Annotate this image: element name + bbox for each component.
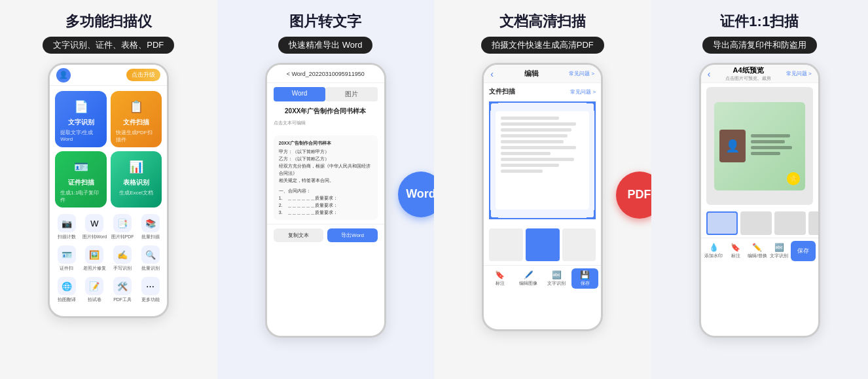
back-icon[interactable]: ‹ [490, 69, 494, 79]
table-sub: 生成Excel文档 [119, 189, 153, 196]
icon-exam[interactable]: 📝 拍试卷 [82, 277, 107, 303]
phone2-bottom-bar: 复制文本 导出Word [267, 224, 384, 246]
thumb-1[interactable] [706, 211, 738, 235]
id-preview-area: 👤 ⭐ [706, 87, 813, 205]
annotate-label: 标注 [496, 280, 505, 287]
save-label: 保存 [581, 280, 590, 287]
back-icon-4[interactable]: ‹ [708, 69, 711, 79]
scan-section-title: 文件扫描 [489, 87, 515, 96]
upgrade-button[interactable]: 点击升级 [126, 69, 160, 81]
save-icon[interactable]: 💾 保存 [571, 268, 598, 289]
ocr-icon-4[interactable]: 🔤 文字识别 [769, 241, 789, 261]
icons-row-2: 🪪 证件扫 🖼️ 老照片修复 ✍️ 手写识别 🔍 批量识别 [50, 243, 167, 274]
contract-line-1: 甲方：（以下简称甲方） [279, 148, 372, 155]
edit-replace-label: 编辑/替换 [748, 253, 767, 259]
annotate-label-4: 标注 [731, 253, 740, 259]
id-text-content [751, 134, 800, 158]
panel-scanner: 多功能扫描仪 文字识别、证件、表格、PDF 👤 点击升级 📄 文字识别 提取文字… [0, 0, 217, 379]
mini-doc-2[interactable] [526, 228, 560, 261]
scan-card[interactable]: 📋 文件扫描 快速生成PDF扫描件 [111, 91, 162, 147]
annotate-icon-4[interactable]: 🔖 标注 [725, 241, 746, 261]
doc-intro-text: 点击文本可编辑 [267, 117, 384, 132]
icon-batch-ocr[interactable]: 🔍 批量识别 [138, 245, 164, 272]
panel4-subtitle: 导出高清复印件和防盗用 [702, 37, 817, 54]
scan-icon: 📋 [124, 98, 148, 116]
id-scan-icon: 🪪 [69, 158, 93, 176]
icon-handwriting[interactable]: ✍️ 手写识别 [110, 245, 136, 272]
contract-line-6: 1. ＿＿＿＿＿＿质量要求： [279, 194, 372, 202]
panel1-title: 多功能扫描仪 [65, 12, 152, 31]
icon-scan-count[interactable]: 📷 扫描计数 [54, 214, 79, 240]
phone4-bottom-bar: 💧 添加水印 🔖 标注 ✏️ 编辑/替换 🔤 文字识别 保存 [701, 238, 818, 264]
export-word-button[interactable]: 导出Word [327, 228, 378, 242]
panel4-title: 证件1:1扫描 [720, 12, 799, 31]
ocr-card[interactable]: 📄 文字识别 提取文字/生成Word [55, 91, 107, 147]
edit-icon[interactable]: 🖊️ 编辑图像 [515, 268, 542, 289]
tab-image[interactable]: 图片 [325, 87, 378, 101]
id-card-mockup: 👤 ⭐ [714, 102, 805, 190]
icon-photo-restore[interactable]: 🖼️ 老照片修复 [82, 245, 107, 272]
panel2-title: 图片转文字 [289, 12, 361, 31]
panel-ocr: 图片转文字 快速精准导出 Word < Word_202203100959119… [217, 0, 435, 379]
edit-replace-icon[interactable]: ✏️ 编辑/替换 [747, 241, 767, 261]
phone4-help-link[interactable]: 常见问题 > [786, 70, 812, 77]
file-name: < Word_20220310095911950 [287, 71, 365, 77]
phone1-topbar: 👤 点击升级 [50, 65, 167, 86]
scan-sub: 快速生成PDF扫描件 [116, 129, 157, 143]
watermark-icon[interactable]: 💧 添加水印 [704, 241, 724, 261]
ocr-label: 文字识别 [68, 118, 94, 127]
ocr-label-4: 文字识别 [770, 253, 788, 259]
corner-tr [587, 101, 596, 111]
id-scan-label: 证件扫描 [68, 178, 94, 187]
panel-doc-scan: 文档高清扫描 拍摄文件快速生成高清PDF ‹ 编辑 常见问题 > 文件扫描 常见… [434, 0, 651, 379]
id-photo: 👤 [719, 130, 746, 162]
corner-bl [489, 210, 498, 219]
word-badge: Word [398, 171, 434, 217]
icon-more[interactable]: ⋯ 更多功能 [138, 277, 164, 303]
phone2-topbar: < Word_20220310095911950 [267, 65, 384, 83]
table-icon: 📊 [124, 158, 148, 176]
annotate-icon[interactable]: 🔖 标注 [486, 268, 513, 289]
thumb-4[interactable] [808, 211, 818, 235]
phone4-title-text: A4纸预览 [733, 65, 764, 75]
phone3-help-link[interactable]: 常见问题 > [569, 70, 594, 77]
mini-doc-3[interactable] [562, 228, 596, 261]
contract-line-0: 20XX广告制作合同书样本 [279, 139, 372, 147]
ocr-icon: 📄 [69, 98, 93, 116]
thumb-2[interactable] [740, 211, 772, 235]
icon-translate[interactable]: 🌐 拍图翻译 [54, 277, 79, 303]
scan-help-link[interactable]: 常见问题 > [570, 88, 596, 96]
icon-img-to-word[interactable]: W 图片转Word [82, 214, 107, 240]
mini-docs-row [484, 225, 601, 265]
panel2-subtitle: 快速精准导出 Word [278, 37, 372, 54]
contract-line-2: 乙方：（以下简称乙方） [279, 155, 372, 162]
icon-pdf-tools[interactable]: 🛠️ PDF工具 [110, 277, 136, 303]
icon-batch-scan[interactable]: 📚 批量扫描 [138, 214, 164, 240]
icons-row-1: 📷 扫描计数 W 图片转Word 📑 图片转PDF 📚 批量扫描 [50, 211, 167, 243]
phone4-topbar: ‹ A4纸预览 点击图片可预览、裁剪 常见问题 > [701, 65, 818, 83]
id-emblem: ⭐ [787, 172, 800, 185]
table-card[interactable]: 📊 表格识别 生成Excel文档 [111, 151, 162, 208]
id-scan-card[interactable]: 🪪 证件扫描 生成1:1电子复印件 [55, 151, 107, 208]
tab-word[interactable]: Word [274, 87, 326, 101]
ocr-icon-bottom[interactable]: 🔤 文字识别 [543, 268, 570, 289]
contract-content[interactable]: 20XX广告制作合同书样本 甲方：（以下简称甲方） 乙方：（以下简称乙方） 经双… [274, 135, 378, 221]
panel3-subtitle: 拍摄文件快速生成高清PDF [481, 37, 604, 54]
phone4-hint: 点击图片可预览、裁剪 [725, 75, 771, 82]
feature-grid: 📄 文字识别 提取文字/生成Word 📋 文件扫描 快速生成PDF扫描件 🪪 证… [50, 86, 167, 211]
save-button-4[interactable]: 保存 [791, 241, 816, 261]
copy-text-button[interactable]: 复制文本 [274, 228, 324, 242]
icons-row-3: 🌐 拍图翻译 📝 拍试卷 🛠️ PDF工具 ⋯ 更多功能 [50, 274, 167, 306]
contract-line-7: 2. ＿＿＿＿＿＿质量要求： [279, 202, 372, 209]
edit-label: 编辑图像 [519, 280, 537, 287]
scan-label: 文件扫描 [123, 118, 149, 127]
scan-doc-preview [496, 111, 589, 209]
thumbnail-row [701, 209, 818, 238]
icon-img-to-pdf[interactable]: 📑 图片转PDF [110, 214, 136, 240]
icon-id[interactable]: 🪪 证件扫 [54, 245, 79, 272]
mini-doc-1[interactable] [489, 228, 523, 261]
pdf-badge: PDF [616, 171, 651, 219]
doc-title: 20XX年广告制作合同书样本 [267, 104, 384, 117]
thumb-3[interactable] [774, 211, 806, 235]
document-scan-frame [489, 101, 596, 219]
